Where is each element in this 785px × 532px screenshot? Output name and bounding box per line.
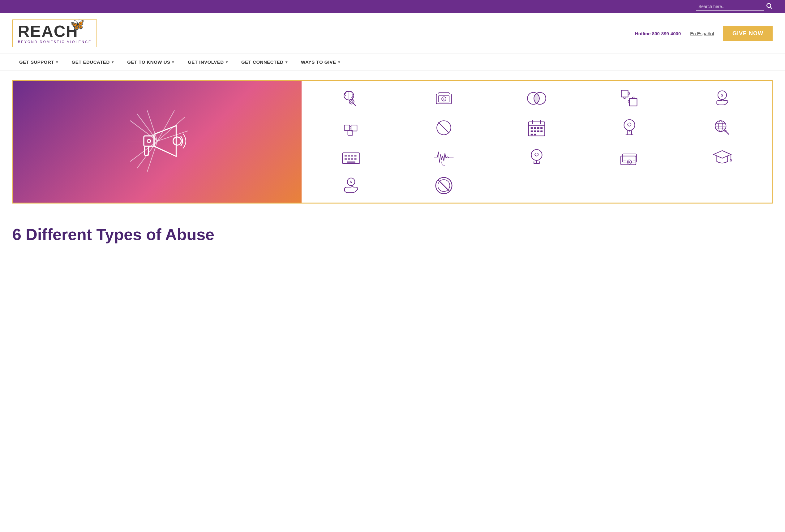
svg-rect-64: [345, 155, 347, 156]
mental-health-icon: [618, 117, 640, 138]
no-sign-large-icon: [433, 175, 455, 196]
svg-point-51: [624, 120, 635, 130]
give-now-button[interactable]: GIVE NOW: [723, 26, 773, 41]
svg-rect-42: [534, 127, 536, 129]
svg-rect-14: [145, 146, 149, 156]
main-nav: GET SUPPORT ▾ GET EDUCATED ▾ GET TO KNOW…: [0, 53, 785, 71]
venn-diagram-icon: [526, 87, 548, 109]
svg-line-20: [354, 104, 355, 105]
svg-rect-65: [348, 155, 350, 156]
chevron-down-icon: ▾: [338, 60, 340, 64]
puzzle-icon: [618, 87, 640, 109]
megaphone-icon: [123, 107, 192, 176]
hero-banner: $: [12, 80, 773, 204]
svg-rect-48: [540, 130, 542, 132]
svg-text:$: $: [721, 93, 723, 97]
header-right: Hotline 800-899-4000 En Español GIVE NOW: [635, 26, 773, 41]
chevron-down-icon: ▾: [56, 60, 58, 64]
search-button[interactable]: [766, 2, 773, 11]
svg-rect-67: [354, 155, 356, 156]
svg-rect-32: [344, 125, 350, 130]
waveform-icon: [433, 146, 455, 168]
page-title: 6 Different Types of Abuse: [12, 225, 773, 244]
svg-rect-66: [351, 155, 353, 156]
hero-right-panel: $: [302, 81, 772, 203]
svg-rect-72: [347, 161, 355, 163]
logo-tagline: BEYOND DOMESTIC VIOLENCE: [18, 40, 92, 44]
svg-text:$: $: [350, 180, 352, 184]
espanol-link[interactable]: En Español: [690, 31, 714, 36]
svg-line-36: [438, 122, 449, 133]
logo-brand: REACH: [18, 22, 78, 40]
svg-rect-46: [534, 130, 536, 132]
search-form[interactable]: [696, 2, 773, 11]
main-content: 6 Different Types of Abuse: [0, 213, 785, 262]
donation-hand-icon: $: [711, 87, 733, 109]
svg-rect-33: [351, 125, 357, 131]
coin-on-hand-icon: $: [340, 175, 362, 196]
nav-item-get-involved[interactable]: GET INVOLVED ▾: [181, 54, 234, 70]
prohibition-icon: [433, 117, 455, 138]
svg-point-73: [531, 149, 542, 160]
svg-rect-44: [540, 127, 542, 129]
logo-box: REACH 🦋 BEYOND DOMESTIC VIOLENCE: [12, 20, 97, 47]
svg-rect-41: [531, 127, 533, 129]
nav-item-get-support[interactable]: GET SUPPORT ▾: [12, 54, 65, 70]
svg-rect-47: [537, 130, 539, 132]
chevron-down-icon: ▾: [226, 60, 228, 64]
hotline-text: Hotline 800-899-4000: [635, 31, 681, 36]
svg-rect-28: [629, 98, 637, 106]
money-icon: $: [433, 87, 455, 109]
svg-rect-27: [622, 90, 628, 97]
search-input[interactable]: [696, 3, 764, 10]
svg-rect-69: [348, 158, 350, 159]
chevron-down-icon: ▾: [285, 60, 288, 64]
svg-rect-49: [531, 134, 533, 135]
chevron-down-icon: ▾: [172, 60, 174, 64]
icons-grid: $: [308, 87, 765, 196]
nav-item-get-connected[interactable]: GET CONNECTED ▾: [234, 54, 294, 70]
globe-search-icon: [711, 117, 733, 138]
svg-rect-45: [531, 130, 533, 132]
head-spiral-icon: [526, 146, 548, 168]
butterfly-icon: 🦋: [70, 18, 84, 31]
svg-rect-43: [537, 127, 539, 129]
calendar-icon: [526, 117, 548, 138]
svg-point-86: [730, 159, 732, 161]
svg-point-19: [350, 101, 353, 103]
chevron-down-icon: ▾: [112, 60, 114, 64]
svg-line-10: [157, 117, 185, 141]
keyboard-icon: [340, 146, 362, 168]
svg-point-0: [767, 3, 771, 7]
svg-rect-68: [345, 158, 347, 159]
svg-rect-70: [351, 158, 353, 159]
svg-text:$: $: [628, 160, 630, 163]
svg-rect-71: [354, 158, 356, 159]
nav-item-get-educated[interactable]: GET EDUCATED ▾: [65, 54, 121, 70]
money-bills-icon: $: [618, 146, 640, 168]
svg-text:$: $: [442, 98, 444, 101]
nav-item-ways-to-give[interactable]: WAYS TO GIVE ▾: [294, 54, 347, 70]
brain-search-icon: [340, 87, 362, 109]
nav-item-get-to-know-us[interactable]: GET TO KNOW US ▾: [120, 54, 181, 70]
hero-left-panel: [13, 81, 302, 203]
logo-container[interactable]: REACH 🦋 BEYOND DOMESTIC VIOLENCE: [12, 20, 97, 47]
top-search-bar: [0, 0, 785, 13]
puzzle-small-icon: [340, 117, 362, 138]
site-header: REACH 🦋 BEYOND DOMESTIC VIOLENCE Hotline…: [0, 13, 785, 53]
svg-rect-50: [534, 134, 536, 135]
svg-point-13: [173, 137, 181, 145]
svg-marker-84: [713, 151, 731, 158]
graduation-cap-icon: [711, 146, 733, 168]
svg-line-1: [770, 7, 772, 9]
svg-line-61: [725, 130, 729, 134]
